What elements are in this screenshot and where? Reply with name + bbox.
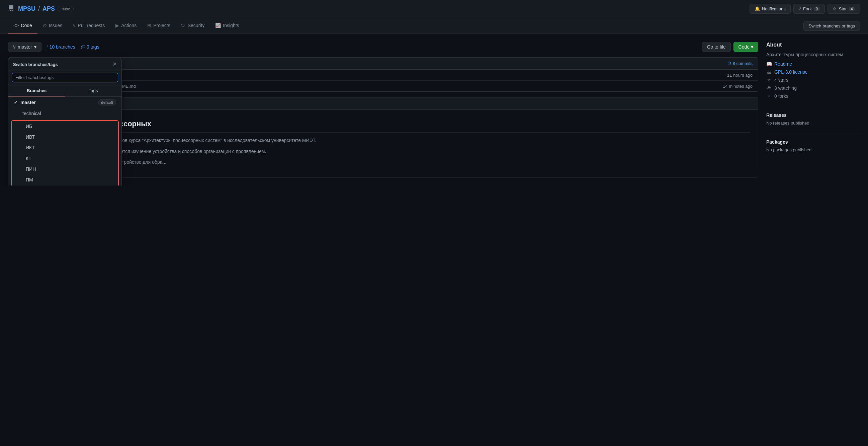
tag-count: 0 tags <box>87 44 99 50</box>
readme-para-1: Свободно распространяемый сборник матери… <box>17 137 750 144</box>
packages-desc: No packages published <box>766 147 860 152</box>
fork-button[interactable]: ⑂ Fork 0 <box>794 4 825 14</box>
branch-icon: ⑂ <box>13 44 16 50</box>
branch-name-ib: ИБ <box>26 124 32 129</box>
nav-tabs: <> Code ⊙ Issues ⑂ Pull requests ▶ Actio… <box>0 18 868 34</box>
go-to-file-button[interactable]: Go to file <box>702 42 731 52</box>
switch-branches-button[interactable]: Switch branches or tags <box>803 21 860 31</box>
star-count: 4 <box>848 7 855 11</box>
tag-icon: 🏷 <box>81 44 85 50</box>
tab-projects-label: Projects <box>153 23 170 28</box>
fork-icon-sidebar: ⑂ <box>766 93 772 99</box>
commits-link[interactable]: ⏱ 8 commits <box>727 61 752 66</box>
dropdown-tab-branches[interactable]: Branches <box>8 85 65 96</box>
sidebar-releases: Releases No releases published <box>766 113 860 125</box>
branch-item-pm[interactable]: ПМ <box>12 174 118 185</box>
branch-name-pm: ПМ <box>26 177 33 182</box>
branch-filter-input[interactable] <box>12 73 118 82</box>
sidebar-watching[interactable]: 👁 3 watching <box>766 85 860 91</box>
header-actions: 🔔 Notifications ⑂ Fork 0 ☆ Star 4 <box>749 4 860 14</box>
tab-code[interactable]: <> Code <box>8 18 37 33</box>
notifications-label: Notifications <box>762 6 786 11</box>
branch-count: 10 branches <box>50 44 75 50</box>
tab-issues[interactable]: ⊙ Issues <box>37 18 68 33</box>
chevron-down-icon: ▾ <box>34 44 36 50</box>
branches-link[interactable]: ⑂ 10 branches <box>45 44 75 50</box>
branch-item-kt[interactable]: КТ <box>12 153 118 164</box>
branch-item-ivt[interactable]: ИВТ <box>12 131 118 142</box>
tab-projects[interactable]: ⊞ Projects <box>142 18 176 33</box>
code-icon: <> <box>13 23 19 28</box>
tab-security[interactable]: 🛡 Security <box>176 18 210 33</box>
code-chevron-icon: ▾ <box>751 44 753 50</box>
branch-name-kt: КТ <box>26 156 31 161</box>
tab-security-label: Security <box>188 23 205 28</box>
readme-heading: Сборник "Архитектур процессорных <box>17 118 750 132</box>
readme-para-2: Целью "Архитектур процессорных систем" я… <box>17 148 750 155</box>
sidebar-packages: Packages No packages published <box>766 139 860 152</box>
readme-link[interactable]: Readme <box>774 61 792 67</box>
issues-icon: ⊙ <box>43 23 47 28</box>
bell-icon: 🔔 <box>754 6 760 11</box>
license-link[interactable]: GPL-3.0 license <box>774 69 808 75</box>
branch-item-ikt[interactable]: ИКТ <box>12 142 118 153</box>
commits-count: 8 commits <box>733 61 752 66</box>
security-icon: 🛡 <box>181 23 186 28</box>
eye-icon: 👁 <box>766 85 772 91</box>
branch-item-pin[interactable]: ПИН <box>12 164 118 174</box>
insights-icon: 📈 <box>215 23 221 28</box>
repo-org[interactable]: MPSU <box>18 5 35 12</box>
releases-desc: No releases published <box>766 121 860 125</box>
content-left: ⑂ master ▾ ⑂ 10 branches 🏷 0 tags Go to … <box>8 42 758 177</box>
sidebar-about: About Архитектуры процессорных систем 📖 … <box>766 42 860 99</box>
branch-selector-button[interactable]: ⑂ master ▾ <box>8 42 41 52</box>
main-content: ⑂ master ▾ ⑂ 10 branches 🏷 0 tags Go to … <box>0 34 868 185</box>
projects-icon: ⊞ <box>147 23 151 28</box>
sidebar-divider-1 <box>766 107 860 107</box>
book-icon: 📖 <box>766 61 772 67</box>
tags-link[interactable]: 🏷 0 tags <box>81 44 99 50</box>
star-button[interactable]: ☆ Star 4 <box>828 4 860 14</box>
dropdown-search-area <box>8 70 121 85</box>
notifications-button[interactable]: 🔔 Notifications <box>749 4 791 14</box>
default-badge: default <box>98 99 116 106</box>
pr-icon: ⑂ <box>73 23 75 28</box>
tab-actions[interactable]: ▶ Actions <box>110 18 142 33</box>
branch-item-ib[interactable]: ИБ <box>12 121 118 131</box>
branch-name-ivt: ИВТ <box>26 134 35 140</box>
branch-stats: ⑂ 10 branches 🏷 0 tags <box>45 44 99 50</box>
star-icon: ☆ <box>833 6 837 11</box>
branch-item-rt[interactable]: РТ <box>12 185 118 185</box>
branch-name-ikt: ИКТ <box>26 145 35 150</box>
file-time: 11 hours ago <box>727 73 752 78</box>
stars-count: 4 stars <box>774 77 788 83</box>
branch-name-technical: technical <box>23 111 41 116</box>
fork-label: Fork <box>803 6 812 11</box>
branch-stats-icon: ⑂ <box>45 44 48 50</box>
tab-insights[interactable]: 📈 Insights <box>210 18 244 33</box>
forks-count: 0 forks <box>774 93 788 99</box>
sidebar-divider-2 <box>766 133 860 134</box>
tab-pull-requests[interactable]: ⑂ Pull requests <box>68 18 110 33</box>
branch-item-master[interactable]: ✓ master default <box>8 97 121 108</box>
visibility-badge: Public <box>58 6 73 12</box>
sidebar-stars[interactable]: ☆ 4 stars <box>766 77 860 83</box>
dropdown-close-button[interactable]: ✕ <box>113 62 117 67</box>
sidebar-license-link[interactable]: ⚖ GPL-3.0 license <box>766 69 860 75</box>
file-message: Update README.md <box>95 84 719 89</box>
code-dropdown-button[interactable]: Code ▾ <box>734 42 758 52</box>
repo-name[interactable]: APS <box>42 5 55 12</box>
dropdown-list: ✓ master default technical <box>8 97 121 185</box>
sidebar-readme-link[interactable]: 📖 Readme <box>766 61 860 67</box>
dropdown-tab-tags[interactable]: Tags <box>65 85 121 96</box>
actions-icon: ▶ <box>116 23 119 28</box>
branch-dropdown: Switch branches/tags ✕ Branches Tags ✓ m… <box>8 58 122 185</box>
tab-code-label: Code <box>21 23 32 28</box>
watching-count: 3 watching <box>774 85 797 91</box>
dropdown-header: Switch branches/tags ✕ <box>8 58 121 70</box>
file-message: Initial commit <box>95 73 723 78</box>
branch-item-technical[interactable]: technical <box>8 108 121 119</box>
current-branch-label: master <box>18 44 32 50</box>
about-desc: Архитектуры процессорных систем <box>766 52 860 57</box>
sidebar-forks[interactable]: ⑂ 0 forks <box>766 93 860 99</box>
